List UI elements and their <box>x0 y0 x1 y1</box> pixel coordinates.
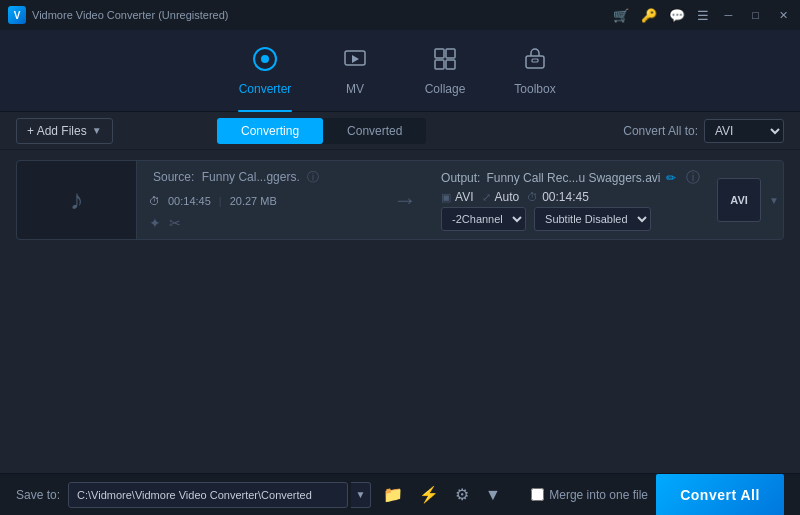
convert-all-button[interactable]: Convert All <box>656 474 784 516</box>
settings-button[interactable]: ⚙ <box>451 483 473 506</box>
file-item: ♪ Source: Funny Cal...ggers. ⓘ ⏱ 00:14:4… <box>16 160 784 240</box>
svg-rect-8 <box>532 59 538 62</box>
nav-mv[interactable]: MV <box>310 30 400 112</box>
cut-action-button[interactable]: ✂ <box>169 215 181 231</box>
expand-icon: ⤢ <box>482 191 491 204</box>
music-note-icon: ♪ <box>70 184 84 216</box>
format-chevron-icon[interactable]: ▼ <box>769 195 779 206</box>
output-top-row: Output: Funny Call Rec...u Swaggers.avi … <box>441 169 705 187</box>
source-name: Funny Cal...ggers. <box>202 170 300 184</box>
menu-icon[interactable]: ☰ <box>697 8 709 23</box>
nav-mv-label: MV <box>346 82 364 96</box>
open-folder-button[interactable]: 📁 <box>379 483 407 506</box>
output-info-icon[interactable]: ⓘ <box>686 169 700 187</box>
app-icon: V <box>8 6 26 24</box>
film-icon: ▣ <box>441 191 451 204</box>
output-format-row: ▣ AVI ⤢ Auto ⏱ 00:14:45 <box>441 190 705 204</box>
nav-toolbox[interactable]: Toolbox <box>490 30 580 112</box>
save-path-input[interactable] <box>68 482 348 508</box>
merge-label[interactable]: Merge into one file <box>549 488 648 502</box>
nav-collage-label: Collage <box>425 82 466 96</box>
file-source-row: Source: Funny Cal...ggers. ⓘ <box>149 169 369 186</box>
add-files-arrow-icon: ▼ <box>92 125 102 136</box>
merge-checkbox-input[interactable] <box>531 488 544 501</box>
nav-collage[interactable]: Collage <box>400 30 490 112</box>
key-icon[interactable]: 🔑 <box>641 8 657 23</box>
save-path-dropdown-icon[interactable]: ▼ <box>351 482 371 508</box>
svg-rect-3 <box>435 49 444 58</box>
output-quality-tag: ⤢ Auto <box>482 190 520 204</box>
close-button[interactable]: ✕ <box>775 7 792 24</box>
svg-point-1 <box>261 55 269 63</box>
svg-rect-5 <box>435 60 444 69</box>
titlebar-left: V Vidmore Video Converter (Unregistered) <box>8 6 228 24</box>
format-badge-label: AVI <box>730 194 748 206</box>
toolbar: + Add Files ▼ Converting Converted Conve… <box>0 112 800 150</box>
power-button[interactable]: ⚡ <box>415 483 443 506</box>
output-name: Funny Call Rec...u Swaggers.avi <box>486 171 660 185</box>
svg-rect-4 <box>446 49 455 58</box>
file-thumbnail: ♪ <box>17 161 137 239</box>
source-label: Source: <box>153 170 194 184</box>
titlebar-controls: 🛒 🔑 💬 ☰ ─ □ ✕ <box>613 7 792 24</box>
clock-icon: ⏱ <box>149 195 160 207</box>
format-badge[interactable]: AVI <box>717 178 761 222</box>
converter-icon <box>252 46 278 78</box>
file-size: 20.27 MB <box>230 195 277 207</box>
output-label: Output: <box>441 171 480 185</box>
merge-checkbox-row: Merge into one file <box>531 488 648 502</box>
output-audio-row: -2Channel Stereo Mono Subtitle Disabled … <box>441 207 705 231</box>
source-info-icon[interactable]: ⓘ <box>307 170 319 184</box>
converting-tab[interactable]: Converting <box>217 118 323 144</box>
audio-channel-select[interactable]: -2Channel Stereo Mono <box>441 207 526 231</box>
chat-icon[interactable]: 💬 <box>669 8 685 23</box>
add-files-button[interactable]: + Add Files ▼ <box>16 118 113 144</box>
clock2-icon: ⏱ <box>527 191 538 203</box>
navbar: Converter MV Collage <box>0 30 800 112</box>
file-output: Output: Funny Call Rec...u Swaggers.avi … <box>429 161 717 239</box>
output-duration-tag: ⏱ 00:14:45 <box>527 190 589 204</box>
more-settings-button[interactable]: ▼ <box>481 484 505 506</box>
tab-group: Converting Converted <box>217 118 426 144</box>
minimize-button[interactable]: ─ <box>721 7 737 23</box>
titlebar: V Vidmore Video Converter (Unregistered)… <box>0 0 800 30</box>
file-meta: ⏱ 00:14:45 | 20.27 MB <box>149 195 369 207</box>
nav-toolbox-label: Toolbox <box>514 82 555 96</box>
toolbox-icon <box>522 46 548 78</box>
converted-tab[interactable]: Converted <box>323 118 426 144</box>
main-content: ♪ Source: Funny Cal...ggers. ⓘ ⏱ 00:14:4… <box>0 150 800 473</box>
nav-converter-label: Converter <box>239 82 292 96</box>
maximize-button[interactable]: □ <box>748 7 763 23</box>
convert-all-to-label: Convert All to: <box>623 124 698 138</box>
titlebar-title: Vidmore Video Converter (Unregistered) <box>32 9 228 21</box>
add-files-label: + Add Files <box>27 124 87 138</box>
output-duration: 00:14:45 <box>542 190 589 204</box>
mv-icon <box>342 46 368 78</box>
convert-all-to: Convert All to: AVI MP4 MOV MKV <box>623 119 784 143</box>
file-info: Source: Funny Cal...ggers. ⓘ ⏱ 00:14:45 … <box>137 161 381 239</box>
file-duration: 00:14:45 <box>168 195 211 207</box>
output-quality: Auto <box>495 190 520 204</box>
arrow-right-icon: → <box>381 161 429 239</box>
collage-icon <box>432 46 458 78</box>
footer: Save to: ▼ 📁 ⚡ ⚙ ▼ Merge into one file C… <box>0 473 800 515</box>
nav-converter[interactable]: Converter <box>220 30 310 112</box>
output-format: AVI <box>455 190 473 204</box>
cart-icon[interactable]: 🛒 <box>613 8 629 23</box>
output-format-tag: ▣ AVI <box>441 190 473 204</box>
edit-output-icon[interactable]: ✏ <box>666 171 676 185</box>
settings-action-button[interactable]: ✦ <box>149 215 161 231</box>
subtitle-select[interactable]: Subtitle Disabled Subtitle Enabled <box>534 207 651 231</box>
save-to-label: Save to: <box>16 488 60 502</box>
format-select[interactable]: AVI MP4 MOV MKV <box>704 119 784 143</box>
svg-rect-6 <box>446 60 455 69</box>
file-actions: ✦ ✂ <box>149 215 369 231</box>
